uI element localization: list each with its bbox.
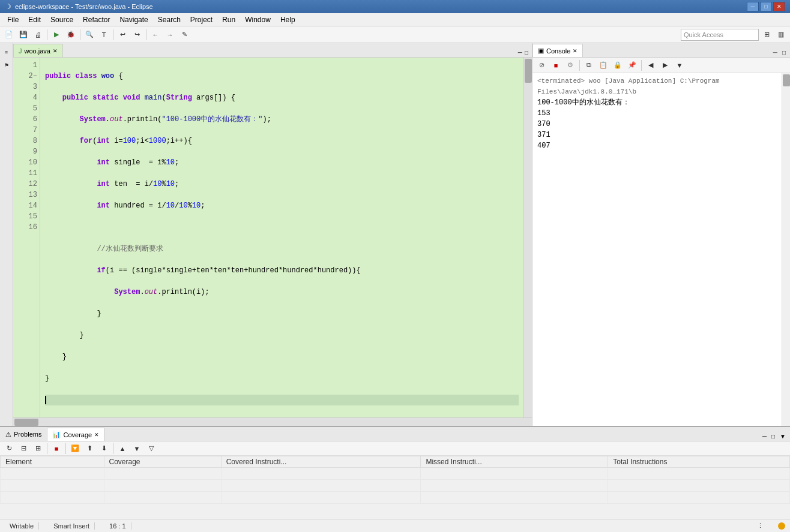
menu-window[interactable]: Window bbox=[240, 14, 276, 25]
console-prev-btn[interactable]: ◀ bbox=[644, 59, 657, 72]
menu-project[interactable]: Project bbox=[185, 14, 217, 25]
console-paste-btn[interactable]: 📋 bbox=[597, 59, 610, 72]
editor-scroll-thumb[interactable] bbox=[525, 59, 532, 83]
menu-search[interactable]: Search bbox=[153, 14, 185, 25]
console-maximize-btn[interactable]: □ bbox=[780, 48, 788, 57]
window-controls: ─ □ ✕ bbox=[747, 2, 785, 11]
coverage-next-btn[interactable]: ▼ bbox=[130, 442, 143, 455]
run-button[interactable]: ▶ bbox=[50, 28, 63, 41]
editor-tab-woo[interactable]: J woo.java ✕ bbox=[13, 44, 63, 57]
code-line-13: } bbox=[45, 330, 519, 341]
coverage-sep-3 bbox=[113, 443, 113, 454]
console-sep-1 bbox=[579, 60, 580, 71]
editor-maximize-btn[interactable]: □ bbox=[523, 48, 529, 57]
menu-refactor[interactable]: Refactor bbox=[78, 14, 115, 25]
search-button[interactable]: 🔍 bbox=[83, 28, 96, 41]
tab-coverage[interactable]: 📊 Coverage ✕ bbox=[47, 428, 104, 441]
console-terminate-btn[interactable]: ⚙ bbox=[564, 59, 577, 72]
forward-button[interactable]: → bbox=[163, 28, 176, 41]
console-scroll-lock-btn[interactable]: 🔒 bbox=[611, 59, 624, 72]
menu-navigate[interactable]: Navigate bbox=[115, 14, 152, 25]
coverage-table: Element Coverage Covered Instructi... Mi… bbox=[0, 456, 790, 519]
line-num-14: 14 bbox=[13, 200, 37, 211]
coverage-toolbar: ↻ ⊟ ⊞ ■ 🔽 ⬆ ⬇ ▲ ▼ ▽ bbox=[0, 441, 790, 456]
status-position: 16 : 1 bbox=[104, 522, 131, 530]
save-button[interactable]: 💾 bbox=[17, 28, 30, 41]
coverage-sep-2 bbox=[65, 443, 66, 454]
coverage-menu-btn[interactable]: ▽ bbox=[145, 442, 158, 455]
debug-button[interactable]: 🐞 bbox=[64, 28, 77, 41]
editor-minimize-btn[interactable]: ─ bbox=[517, 48, 523, 57]
console-line-3: 370 bbox=[537, 119, 777, 130]
line-num-2: 2– bbox=[13, 71, 37, 82]
main-area: ≡ ⚑ J woo.java ✕ ─ □ 1 2– 3 4 5 6 7 bbox=[0, 43, 790, 426]
coverage-stop-btn[interactable]: ■ bbox=[50, 442, 63, 455]
print-button[interactable]: 🖨 bbox=[31, 28, 44, 41]
code-line-14: } bbox=[45, 351, 519, 362]
code-line-5: int single = i%10; bbox=[45, 157, 519, 168]
code-line-7: int hundred = i/10/10%10; bbox=[45, 200, 519, 211]
editor-hscroll[interactable] bbox=[13, 417, 532, 426]
code-line-4: for(int i=100;i<1000;i++){ bbox=[45, 136, 519, 146]
maximize-button[interactable]: □ bbox=[760, 2, 772, 11]
console-next-btn[interactable]: ▶ bbox=[659, 59, 672, 72]
view-menu-button[interactable]: ▥ bbox=[774, 28, 788, 41]
redo-button[interactable]: ↪ bbox=[130, 28, 143, 41]
console-clear-btn[interactable]: ⊘ bbox=[535, 59, 548, 72]
menu-source[interactable]: Source bbox=[46, 14, 78, 25]
tab-problems[interactable]: ⚠ Problems bbox=[0, 428, 47, 441]
gutter-btn-1[interactable]: ≡ bbox=[0, 46, 13, 59]
minimize-button[interactable]: ─ bbox=[747, 2, 759, 11]
col-missed: Missed Instructi... bbox=[421, 456, 608, 468]
bottom-minimize-btn[interactable]: ─ bbox=[761, 432, 768, 441]
undo-button[interactable]: ↩ bbox=[116, 28, 129, 41]
console-stop-btn[interactable]: ■ bbox=[549, 59, 562, 72]
perspective-button[interactable]: ⊞ bbox=[760, 28, 773, 41]
menu-file[interactable]: File bbox=[2, 14, 23, 25]
console-scrollbar[interactable] bbox=[782, 73, 790, 426]
coverage-filter-btn[interactable]: 🔽 bbox=[68, 442, 82, 455]
coverage-refresh-btn[interactable]: ↻ bbox=[2, 442, 16, 455]
open-type-button[interactable]: T bbox=[97, 28, 110, 41]
line-num-5: 5 bbox=[13, 103, 37, 114]
editor-tab-close-icon[interactable]: ✕ bbox=[53, 48, 58, 54]
line-num-16: 16 bbox=[13, 222, 37, 233]
bottom-view-menu-btn[interactable]: ▼ bbox=[778, 432, 788, 441]
quick-access-field[interactable]: Quick Access bbox=[681, 29, 759, 41]
console-scroll-thumb[interactable] bbox=[783, 74, 790, 86]
code-line-16 bbox=[45, 395, 519, 405]
new-button[interactable]: 📄 bbox=[2, 28, 16, 41]
coverage-collapse-btn[interactable]: ⊟ bbox=[17, 442, 30, 455]
code-editor[interactable]: public class woo { public static void ma… bbox=[40, 58, 523, 417]
coverage-tab-close-icon[interactable]: ✕ bbox=[94, 432, 99, 438]
editor-scrollbar-v[interactable] bbox=[523, 58, 532, 417]
toolbar-sep-1 bbox=[47, 29, 47, 40]
menu-help[interactable]: Help bbox=[276, 14, 300, 25]
line-num-15: 15 bbox=[13, 211, 37, 222]
last-edit-button[interactable]: ✎ bbox=[178, 28, 191, 41]
console-tab[interactable]: ▣ Console ✕ bbox=[532, 44, 583, 57]
console-pin-btn[interactable]: 📌 bbox=[626, 59, 639, 72]
line-num-3: 3 bbox=[13, 82, 37, 92]
menu-run[interactable]: Run bbox=[217, 14, 240, 25]
editor-hscroll-thumb[interactable] bbox=[14, 419, 38, 426]
console-copy-btn[interactable]: ⧉ bbox=[582, 59, 596, 72]
console-output: <terminated> woo [Java Application] C:\P… bbox=[532, 73, 782, 426]
console-tab-controls: ─ □ bbox=[769, 48, 790, 57]
coverage-expand-btn[interactable]: ⊞ bbox=[31, 442, 44, 455]
coverage-export-btn[interactable]: ⬆ bbox=[83, 442, 96, 455]
close-button[interactable]: ✕ bbox=[773, 2, 785, 11]
menu-edit[interactable]: Edit bbox=[23, 14, 46, 25]
coverage-import-btn[interactable]: ⬇ bbox=[97, 442, 110, 455]
console-panel: ▣ Console ✕ ─ □ ⊘ ■ ⚙ ⧉ 📋 🔒 📌 ◀ ▶ ▼ bbox=[532, 43, 790, 426]
console-minimize-btn[interactable]: ─ bbox=[771, 48, 779, 57]
editor-tab-icon: J bbox=[19, 47, 22, 55]
status-options-btn[interactable]: ⋮ bbox=[757, 522, 764, 530]
console-menu-btn[interactable]: ▼ bbox=[673, 59, 686, 72]
coverage-prev-btn[interactable]: ▲ bbox=[116, 442, 129, 455]
window-title: eclipse-workspace - Test/src/woo.java - … bbox=[15, 3, 747, 10]
gutter-btn-2[interactable]: ⚑ bbox=[0, 59, 13, 72]
back-button[interactable]: ← bbox=[149, 28, 162, 41]
bottom-maximize-btn[interactable]: □ bbox=[770, 432, 777, 441]
console-tab-close-icon[interactable]: ✕ bbox=[573, 48, 577, 54]
